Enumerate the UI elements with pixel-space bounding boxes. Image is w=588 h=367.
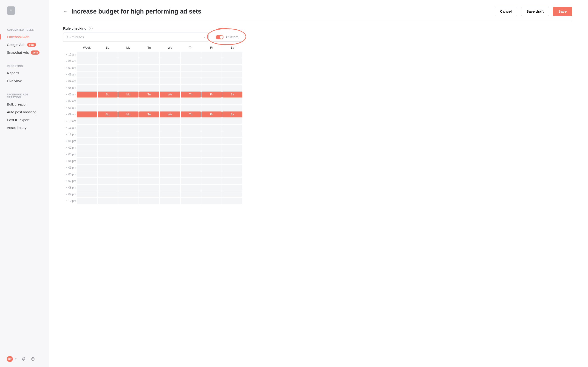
schedule-cell[interactable] — [181, 151, 201, 157]
schedule-cell[interactable] — [222, 191, 242, 197]
schedule-cell[interactable] — [160, 151, 180, 157]
schedule-cell[interactable] — [201, 158, 222, 164]
schedule-cell[interactable] — [77, 185, 97, 191]
schedule-cell[interactable] — [77, 118, 97, 124]
schedule-cell[interactable] — [222, 185, 242, 191]
schedule-cell[interactable] — [139, 78, 159, 84]
back-arrow-icon[interactable]: ← — [63, 9, 67, 14]
schedule-column-header[interactable]: Fr — [201, 46, 222, 49]
schedule-cell[interactable] — [139, 52, 159, 58]
schedule-cell[interactable] — [77, 151, 97, 157]
schedule-cell[interactable] — [181, 98, 201, 104]
schedule-cell[interactable] — [222, 105, 242, 111]
schedule-cell[interactable] — [77, 131, 97, 137]
schedule-cell[interactable] — [77, 138, 97, 144]
schedule-cell[interactable] — [201, 191, 222, 197]
schedule-cell[interactable] — [201, 85, 222, 91]
schedule-cell[interactable] — [139, 65, 159, 71]
schedule-cell[interactable] — [181, 185, 201, 191]
schedule-cell[interactable] — [77, 65, 97, 71]
sidebar-item-bulk-creation[interactable]: Bulk creation — [0, 100, 49, 108]
schedule-cell[interactable] — [222, 72, 242, 77]
schedule-cell[interactable] — [118, 171, 138, 177]
schedule-cell[interactable] — [77, 198, 97, 204]
schedule-cell[interactable] — [201, 178, 222, 184]
schedule-cell[interactable] — [222, 178, 242, 184]
schedule-cell[interactable] — [160, 85, 180, 91]
schedule-hour-label[interactable]: ▶05 am — [63, 86, 76, 90]
schedule-hour-label[interactable]: ▶10 pm — [63, 199, 76, 202]
schedule-cell[interactable] — [98, 191, 118, 197]
schedule-cell[interactable] — [77, 178, 97, 184]
schedule-cell[interactable] — [160, 131, 180, 137]
schedule-cell[interactable] — [160, 65, 180, 71]
schedule-cell[interactable] — [98, 131, 118, 137]
schedule-column-header[interactable]: Sa — [222, 46, 242, 49]
schedule-cell[interactable]: Mo — [118, 111, 138, 117]
schedule-cell[interactable] — [181, 191, 201, 197]
schedule-cell[interactable] — [118, 198, 138, 204]
schedule-cell[interactable]: Th — [181, 92, 201, 98]
sidebar-item-post-id-export[interactable]: Post ID export — [0, 116, 49, 124]
schedule-cell[interactable] — [201, 171, 222, 177]
schedule-cell[interactable]: We — [160, 92, 180, 98]
schedule-cell[interactable] — [181, 178, 201, 184]
sidebar-item-snapchat-ads[interactable]: Snapchat Adsbeta — [0, 49, 49, 56]
schedule-cell[interactable] — [77, 125, 97, 131]
schedule-cell[interactable] — [139, 58, 159, 64]
schedule-cell[interactable] — [201, 65, 222, 71]
user-avatar[interactable]: RP — [7, 356, 13, 362]
schedule-cell[interactable] — [201, 185, 222, 191]
schedule-cell[interactable] — [118, 72, 138, 77]
schedule-cell[interactable] — [139, 151, 159, 157]
schedule-cell[interactable] — [98, 165, 118, 171]
schedule-column-header[interactable]: Th — [181, 46, 201, 49]
save-draft-button[interactable]: Save draft — [521, 7, 549, 16]
schedule-cell[interactable] — [77, 105, 97, 111]
schedule-cell[interactable] — [98, 118, 118, 124]
schedule-cell[interactable] — [139, 131, 159, 137]
schedule-cell[interactable] — [118, 178, 138, 184]
schedule-cell[interactable] — [160, 198, 180, 204]
schedule-cell[interactable] — [201, 151, 222, 157]
schedule-hour-label[interactable]: ▶05 pm — [63, 166, 76, 169]
schedule-cell[interactable] — [222, 165, 242, 171]
schedule-cell[interactable] — [118, 131, 138, 137]
schedule-cell[interactable] — [222, 151, 242, 157]
schedule-hour-label[interactable]: ▶10 am — [63, 119, 76, 123]
schedule-cell[interactable]: Su — [98, 111, 118, 117]
schedule-cell[interactable] — [139, 118, 159, 124]
schedule-cell[interactable]: Tu — [139, 92, 159, 98]
schedule-hour-label[interactable]: ▶02 am — [63, 66, 76, 69]
schedule-cell[interactable] — [139, 178, 159, 184]
schedule-cell[interactable] — [222, 118, 242, 124]
schedule-cell[interactable] — [222, 158, 242, 164]
schedule-column-header[interactable]: Mo — [118, 46, 138, 49]
schedule-hour-label[interactable]: ▶12 am — [63, 53, 76, 56]
schedule-hour-label[interactable]: ▶06 am — [63, 93, 76, 96]
schedule-column-header[interactable]: Su — [98, 46, 118, 49]
schedule-cell[interactable] — [222, 85, 242, 91]
schedule-cell[interactable] — [160, 165, 180, 171]
help-icon[interactable] — [30, 357, 35, 361]
schedule-cell[interactable] — [98, 98, 118, 104]
schedule-hour-label[interactable]: ▶08 am — [63, 106, 76, 109]
schedule-cell[interactable] — [118, 65, 138, 71]
schedule-cell[interactable] — [77, 58, 97, 64]
schedule-hour-label[interactable]: ▶06 pm — [63, 173, 76, 176]
schedule-cell[interactable] — [181, 131, 201, 137]
schedule-cell[interactable] — [222, 52, 242, 58]
schedule-cell[interactable] — [118, 151, 138, 157]
schedule-cell[interactable] — [98, 65, 118, 71]
schedule-cell[interactable]: Fr — [201, 111, 222, 117]
schedule-hour-label[interactable]: ▶01 pm — [63, 140, 76, 143]
schedule-hour-label[interactable]: ▶07 am — [63, 100, 76, 103]
schedule-cell[interactable] — [201, 131, 222, 137]
schedule-cell[interactable] — [77, 92, 97, 98]
schedule-hour-label[interactable]: ▶04 pm — [63, 159, 76, 163]
schedule-cell[interactable] — [181, 78, 201, 84]
schedule-cell[interactable] — [181, 85, 201, 91]
sidebar-item-auto-post-boosting[interactable]: Auto post boosting — [0, 108, 49, 116]
schedule-cell[interactable] — [201, 125, 222, 131]
schedule-cell[interactable] — [118, 185, 138, 191]
